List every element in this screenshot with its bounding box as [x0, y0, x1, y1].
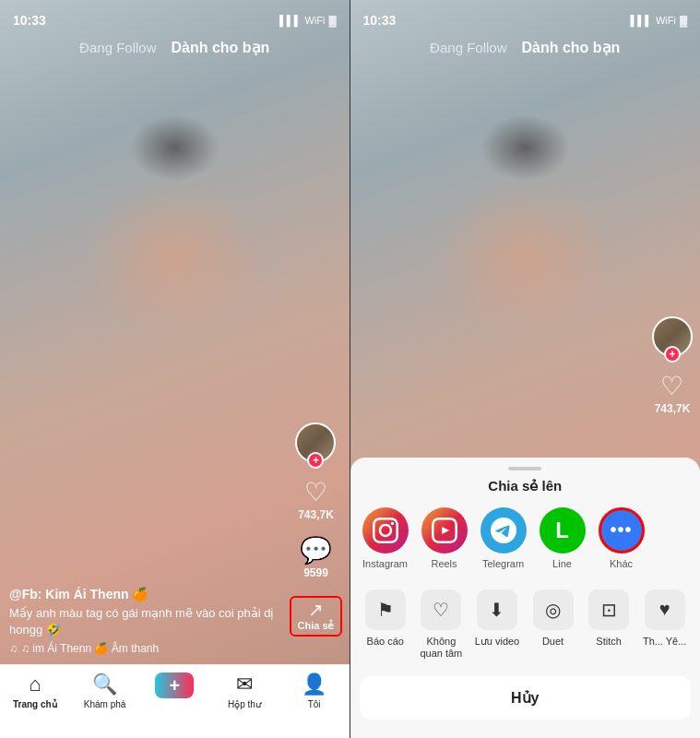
- share-sheet: Chia sẻ lên Instagram Reels Telegram: [350, 458, 701, 738]
- music-icon: ♫: [9, 642, 18, 655]
- action-save[interactable]: ⬇ Lưu video: [469, 582, 526, 667]
- create-icon: +: [155, 673, 194, 698]
- profile-label: Tôi: [308, 699, 321, 709]
- top-nav-right: Đang Follow Dành cho bạn: [350, 33, 701, 62]
- bottom-nav: ⌂ Trang chủ 🔍 Khám phá + ✉ Hộp thư 👤 Tôi: [0, 664, 350, 738]
- inbox-label: Hộp thư: [228, 699, 261, 709]
- like-button[interactable]: ♡ 743,7K: [298, 480, 334, 521]
- nav-tab-home[interactable]: ⌂ Trang chủ: [0, 673, 70, 709]
- share-label: Chia sẻ: [297, 620, 334, 632]
- share-app-telegram[interactable]: Telegram: [478, 507, 529, 569]
- duet-label: Duet: [542, 636, 564, 648]
- nav-tab-inbox[interactable]: ✉ Hộp thư: [209, 673, 279, 709]
- video-info: @Fb: Kim Ái Thenn 🍊 Mấy anh màu tag có g…: [9, 587, 294, 655]
- status-bar: 10:33 ▌▌▌ WiFi ▓: [0, 0, 350, 33]
- nav-tab-profile[interactable]: 👤 Tôi: [279, 673, 350, 709]
- instagram-icon: [362, 507, 409, 554]
- save-icon: ⬇: [477, 589, 517, 630]
- sheet-title: Chia sẻ lên: [350, 478, 701, 494]
- like-count: 743,7K: [298, 508, 334, 521]
- sheet-handle: [508, 467, 541, 470]
- right-sidebar-right: + ♡ 743,7K: [652, 316, 693, 415]
- telegram-icon: [481, 507, 527, 554]
- nav-tab-explore[interactable]: 🔍 Khám phá: [70, 673, 140, 709]
- sound-row: ♫ ♫ im Ái Thenn 🍊 Âm thanh: [9, 642, 294, 655]
- home-icon: ⌂: [29, 673, 41, 696]
- like-count-right: 743,7K: [655, 402, 691, 415]
- share-app-khac[interactable]: ••• Khác: [596, 507, 647, 569]
- nav-following[interactable]: Đang Follow: [79, 40, 156, 55]
- favorite-icon: ♥: [645, 589, 685, 630]
- left-phone: 10:33 ▌▌▌ WiFi ▓ Đang Follow Dành cho bạ…: [0, 0, 350, 738]
- stitch-label: Stitch: [596, 636, 622, 648]
- share-app-reels[interactable]: Reels: [419, 507, 470, 569]
- nav-for-you-right[interactable]: Dành cho bạn: [521, 39, 620, 56]
- home-label: Trang chủ: [13, 699, 57, 709]
- signal-icon-right: ▌▌▌: [631, 15, 652, 26]
- battery-icon: ▓: [328, 15, 336, 26]
- reels-icon: [421, 507, 468, 554]
- like-button-right[interactable]: ♡ 743,7K: [655, 374, 691, 415]
- report-icon: ⚑: [365, 589, 406, 630]
- line-label: Line: [552, 558, 572, 569]
- inbox-icon: ✉: [236, 673, 253, 696]
- top-nav: Đang Follow Dành cho bạn: [0, 33, 350, 62]
- khac-label: Khác: [610, 558, 633, 569]
- comment-count: 9599: [303, 566, 328, 579]
- status-bar-right: 10:33 ▌▌▌ WiFi ▓: [350, 0, 701, 33]
- save-label: Lưu video: [475, 636, 520, 648]
- comment-button[interactable]: 💬 9599: [300, 538, 332, 579]
- profile-icon: 👤: [302, 673, 326, 696]
- wifi-icon: WiFi: [304, 15, 325, 26]
- nav-for-you[interactable]: Dành cho bạn: [171, 39, 269, 56]
- instagram-label: Instagram: [362, 558, 408, 569]
- telegram-label: Telegram: [482, 558, 524, 569]
- cancel-button[interactable]: Hủy: [360, 676, 692, 720]
- explore-icon: 🔍: [92, 673, 117, 696]
- status-icons-right: ▌▌▌ WiFi ▓: [631, 15, 687, 26]
- share-apps-row: Instagram Reels Telegram L Line: [350, 507, 701, 569]
- share-app-line[interactable]: L Line: [537, 507, 588, 569]
- nav-following-right[interactable]: Đang Follow: [430, 40, 506, 55]
- action-stitch[interactable]: ⊡ Stitch: [581, 582, 637, 667]
- status-time: 10:33: [13, 13, 46, 28]
- comment-icon: 💬: [300, 538, 332, 564]
- khac-icon: •••: [599, 507, 645, 554]
- nav-tab-create[interactable]: +: [139, 673, 209, 698]
- action-favorite[interactable]: ♥ Th... Yê...: [636, 582, 693, 667]
- signal-icon: ▌▌▌: [279, 15, 301, 26]
- status-time-right: 10:33: [363, 13, 397, 28]
- sheet-actions: ⚑ Báo cáo ♡ Không quan tâm ⬇ Lưu video ◎…: [350, 582, 701, 667]
- heart-icon-right: ♡: [660, 374, 683, 399]
- wifi-icon-right: WiFi: [656, 15, 676, 26]
- share-icon: ↗: [308, 601, 324, 619]
- battery-icon-right: ▓: [680, 15, 687, 26]
- caption: Mấy anh màu tag có gái mạnh mẽ vào coi p…: [9, 605, 294, 638]
- follow-plus-badge: +: [307, 452, 324, 469]
- creator-avatar-wrap[interactable]: +: [295, 423, 336, 463]
- right-sidebar: + ♡ 743,7K 💬 9599 ↗ Chia sẻ: [290, 423, 341, 637]
- share-app-instagram[interactable]: Instagram: [360, 507, 411, 569]
- sound-name[interactable]: ♫ im Ái Thenn 🍊 Âm thanh: [21, 642, 159, 655]
- follow-plus-badge-right: +: [664, 346, 681, 363]
- status-icons: ▌▌▌ WiFi ▓: [279, 15, 336, 26]
- explore-label: Khám phá: [84, 699, 126, 709]
- share-button[interactable]: ↗ Chia sẻ: [290, 596, 341, 637]
- creator-avatar-wrap-right[interactable]: +: [652, 316, 693, 357]
- line-icon: L: [540, 507, 586, 554]
- right-phone: 10:33 ▌▌▌ WiFi ▓ Đang Follow Dành cho bạ…: [350, 0, 701, 738]
- action-duet[interactable]: ◎ Duet: [525, 582, 581, 667]
- heart-icon: ♡: [304, 480, 327, 506]
- username: @Fb: Kim Ái Thenn 🍊: [9, 587, 294, 601]
- stitch-icon: ⊡: [588, 589, 629, 630]
- not-interested-icon: ♡: [421, 589, 461, 630]
- reels-label: Reels: [431, 558, 457, 569]
- action-not-interested[interactable]: ♡ Không quan tâm: [413, 582, 469, 667]
- not-interested-label: Không quan tâm: [417, 636, 466, 660]
- report-label: Báo cáo: [367, 636, 404, 648]
- action-report[interactable]: ⚑ Báo cáo: [358, 582, 414, 667]
- favorite-label: Th... Yê...: [643, 636, 687, 648]
- duet-icon: ◎: [533, 589, 574, 630]
